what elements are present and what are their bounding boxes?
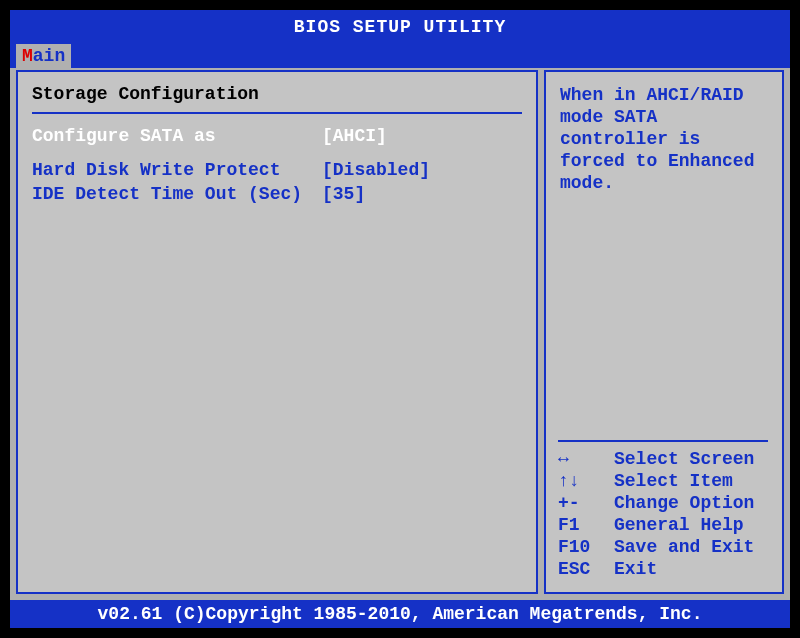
legend-general-help: F1 General Help bbox=[558, 514, 768, 536]
section-title: Storage Configuration bbox=[32, 84, 522, 104]
legend-key: +- bbox=[558, 492, 614, 514]
row-ide-detect-timeout[interactable]: IDE Detect Time Out (Sec) [35] bbox=[32, 182, 522, 206]
title-bar: BIOS SETUP UTILITY bbox=[10, 10, 790, 44]
footer-bar: v02.61 (C)Copyright 1985-2010, American … bbox=[10, 600, 790, 628]
legend-key: F1 bbox=[558, 514, 614, 536]
legend-change-option: +- Change Option bbox=[558, 492, 768, 514]
tab-bar: Main bbox=[10, 44, 790, 68]
legend-exit: ESC Exit bbox=[558, 558, 768, 580]
legend-divider bbox=[558, 440, 768, 442]
setting-value: [35] bbox=[322, 182, 522, 206]
section-divider bbox=[32, 112, 522, 114]
legend-select-screen: ↔ Select Screen bbox=[558, 448, 768, 470]
content-area: Storage Configuration Configure SATA as … bbox=[16, 70, 784, 594]
help-text: When in AHCI/RAID mode SATA controller i… bbox=[560, 84, 768, 194]
setting-value: [AHCI] bbox=[322, 124, 522, 148]
tab-main[interactable]: Main bbox=[16, 44, 71, 68]
legend-action: Save and Exit bbox=[614, 536, 754, 558]
setting-label: Configure SATA as bbox=[32, 124, 322, 148]
tab-main-hotkey: M bbox=[22, 46, 33, 66]
setting-label: IDE Detect Time Out (Sec) bbox=[32, 182, 322, 206]
row-configure-sata[interactable]: Configure SATA as [AHCI] bbox=[32, 124, 522, 148]
copyright-text: v02.61 (C)Copyright 1985-2010, American … bbox=[98, 604, 703, 624]
legend-action: Exit bbox=[614, 558, 657, 580]
legend-key: ↑↓ bbox=[558, 470, 614, 492]
legend-action: Change Option bbox=[614, 492, 754, 514]
legend-action: General Help bbox=[614, 514, 744, 536]
legend-key: ↔ bbox=[558, 448, 614, 470]
key-legend: ↔ Select Screen ↑↓ Select Item +- Change… bbox=[558, 440, 768, 580]
settings-pane: Storage Configuration Configure SATA as … bbox=[16, 70, 538, 594]
tab-main-rest: ain bbox=[33, 46, 65, 66]
setting-value: [Disabled] bbox=[322, 158, 522, 182]
legend-action: Select Item bbox=[614, 470, 733, 492]
help-pane: When in AHCI/RAID mode SATA controller i… bbox=[544, 70, 784, 594]
app-title: BIOS SETUP UTILITY bbox=[294, 17, 506, 37]
bios-screen: BIOS SETUP UTILITY Main Storage Configur… bbox=[10, 10, 790, 628]
legend-key: F10 bbox=[558, 536, 614, 558]
setting-label: Hard Disk Write Protect bbox=[32, 158, 322, 182]
legend-save-exit: F10 Save and Exit bbox=[558, 536, 768, 558]
legend-key: ESC bbox=[558, 558, 614, 580]
spacer bbox=[32, 148, 522, 158]
legend-select-item: ↑↓ Select Item bbox=[558, 470, 768, 492]
row-hdd-write-protect[interactable]: Hard Disk Write Protect [Disabled] bbox=[32, 158, 522, 182]
legend-action: Select Screen bbox=[614, 448, 754, 470]
